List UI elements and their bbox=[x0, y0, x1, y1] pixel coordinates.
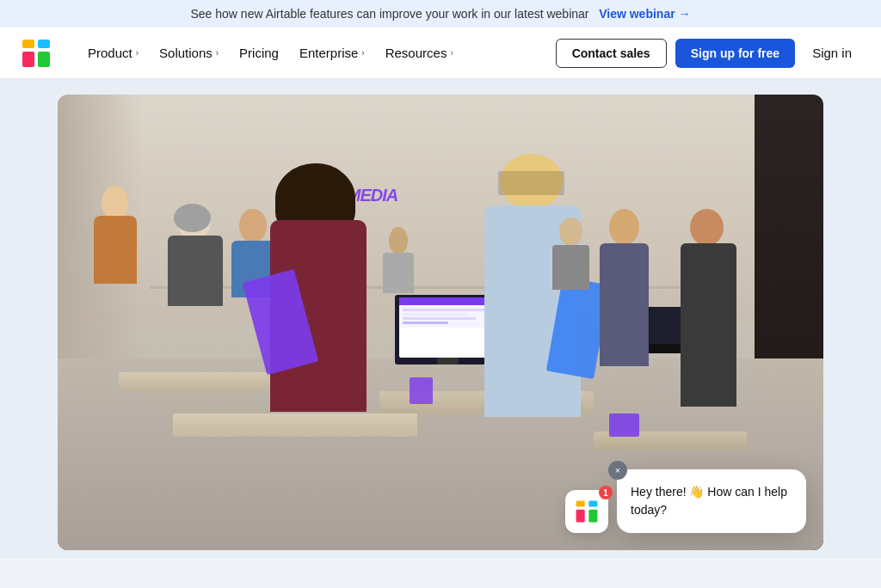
person-2 bbox=[165, 204, 226, 331]
chat-widget: × Hey there! 👋 How can I help today? bbox=[617, 469, 806, 533]
person-bg-right bbox=[594, 209, 655, 414]
nav-links: Product › Solutions › Pricing Enterprise… bbox=[79, 39, 556, 67]
person-far-right bbox=[678, 209, 739, 460]
person-1 bbox=[89, 186, 142, 322]
airtable-fab-button[interactable]: 1 bbox=[565, 490, 608, 533]
purple-item-desk-2 bbox=[609, 413, 640, 437]
svg-rect-4 bbox=[576, 501, 585, 507]
svg-rect-5 bbox=[588, 501, 597, 507]
solutions-chevron-icon: › bbox=[216, 48, 219, 58]
svg-rect-3 bbox=[38, 52, 50, 67]
nav-product[interactable]: Product › bbox=[79, 39, 147, 67]
nav-pricing[interactable]: Pricing bbox=[231, 39, 287, 67]
airtable-fab-icon bbox=[575, 499, 599, 524]
airtable-logo-icon bbox=[21, 38, 52, 69]
banner-link[interactable]: View webinar → bbox=[599, 7, 690, 21]
nav-solutions[interactable]: Solutions › bbox=[151, 39, 227, 67]
person-bg-center bbox=[379, 227, 418, 300]
signup-button[interactable]: Sign up for free bbox=[675, 39, 795, 68]
svg-rect-6 bbox=[576, 510, 585, 523]
svg-rect-0 bbox=[22, 40, 34, 48]
chat-close-button[interactable]: × bbox=[608, 461, 627, 480]
person-bg-top bbox=[548, 217, 594, 299]
chat-message: Hey there! 👋 How can I help today? bbox=[631, 483, 792, 519]
nav-resources[interactable]: Resources › bbox=[377, 39, 462, 67]
contact-sales-button[interactable]: Contact sales bbox=[556, 39, 667, 68]
enterprise-chevron-icon: › bbox=[361, 48, 364, 58]
hero-image: BMC MEDIA bbox=[58, 95, 823, 550]
resources-chevron-icon: › bbox=[450, 48, 453, 58]
svg-rect-7 bbox=[588, 510, 597, 523]
product-chevron-icon: › bbox=[136, 48, 139, 58]
nav-actions: Contact sales Sign up for free Sign in bbox=[556, 39, 860, 68]
fab-badge: 1 bbox=[599, 486, 613, 499]
signin-button[interactable]: Sign in bbox=[804, 39, 860, 67]
nav-enterprise[interactable]: Enterprise › bbox=[291, 39, 373, 67]
logo[interactable] bbox=[21, 38, 52, 69]
office-scene: BMC MEDIA bbox=[58, 95, 823, 550]
top-banner: See how new Airtable features can improv… bbox=[0, 0, 881, 28]
purple-item-desk bbox=[410, 377, 433, 405]
svg-rect-2 bbox=[22, 52, 34, 67]
person-right-main bbox=[479, 154, 587, 496]
person-main bbox=[264, 163, 372, 482]
navbar: Product › Solutions › Pricing Enterprise… bbox=[0, 28, 881, 79]
banner-text: See how new Airtable features can improv… bbox=[190, 7, 588, 21]
svg-rect-1 bbox=[38, 40, 50, 48]
